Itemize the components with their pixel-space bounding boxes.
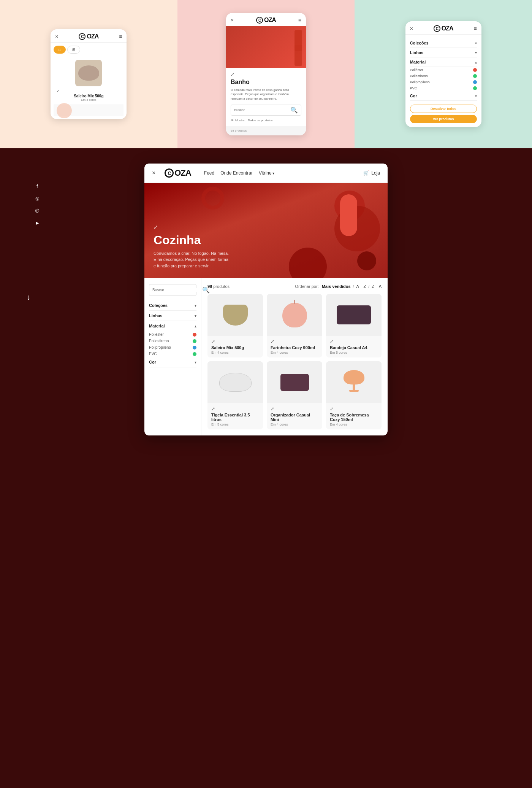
taca-base xyxy=(349,390,359,392)
category-title: Banho xyxy=(231,79,301,86)
search-bar-2[interactable]: 🔍 xyxy=(231,105,301,116)
sidebar-cor-label: Cor xyxy=(149,360,156,364)
poliestireno-dot xyxy=(473,74,477,78)
nav-close-icon[interactable]: × xyxy=(152,170,155,176)
share-saleiro[interactable]: ⤢ xyxy=(211,339,259,344)
panel-mint: × COZA ≡ Coleções ▾ Linhas ▾ Material ▴ xyxy=(355,0,532,148)
nav-feed[interactable]: Feed xyxy=(204,170,214,176)
menu-icon-2[interactable]: ≡ xyxy=(298,17,301,23)
filter-colecoes-label: Coleções xyxy=(410,41,429,45)
sort-label: Ordenar por: xyxy=(295,284,318,289)
filter-linhas[interactable]: Linhas ▾ xyxy=(410,48,477,57)
search-icon-2: 🔍 xyxy=(290,106,298,114)
search-input-2[interactable] xyxy=(234,108,289,112)
nav-onde-encontrar[interactable]: Onde Encontrar xyxy=(220,170,253,176)
list-view-button[interactable]: □ xyxy=(54,46,66,54)
share-taca[interactable]: ⤢ xyxy=(330,406,378,411)
logo-circle-2: C xyxy=(256,17,263,24)
filter-material[interactable]: Material ▴ xyxy=(410,57,477,67)
products-section: 🔍 Coleções ▾ Linhas ▾ Material ▴ xyxy=(144,278,388,435)
hero-desc: Convidamos a criar. No fogão. Na mesa. E… xyxy=(154,250,230,269)
taca-name: Taça de Sobremesa Cozy 150ml xyxy=(330,413,378,422)
hero-title: Cozinha xyxy=(154,233,230,247)
product-card-bandeja: ⤢ Bandeja Casual A4 Em 5 cores xyxy=(326,294,382,357)
share-bandeja[interactable]: ⤢ xyxy=(330,339,378,344)
product-img-bandeja xyxy=(326,294,382,336)
product-info-organizador: ⤢ Organizador Casual Mini Em 4 cores xyxy=(267,403,322,429)
sidebar-material-label: Material xyxy=(149,324,165,328)
sidebar-poliester-text: Poliéster xyxy=(149,332,164,337)
sidebar-colecoes-label: Coleções xyxy=(149,303,168,308)
cart-label[interactable]: Loja xyxy=(371,170,380,176)
sidebar-pvc: PVC xyxy=(149,351,196,357)
desktop-frame: × COZA Feed Onde Encontrar Vitrine 🛒 Loj… xyxy=(144,164,388,435)
sort-az[interactable]: A – Z xyxy=(356,284,366,289)
desativar-button[interactable]: Desativar todos xyxy=(410,105,477,113)
product-colors-1: Em 4 cores xyxy=(57,98,120,102)
desktop-wrapper: f ◎ ℗ ▶ ↓ × COZA Feed Onde Encontrar Vit… xyxy=(46,164,486,435)
product-info-taca: ⤢ Taça de Sobremesa Cozy 150ml Em 4 core… xyxy=(326,403,382,429)
share-farinheira[interactable]: ⤢ xyxy=(271,339,318,344)
filter-cor-arrow: ▾ xyxy=(475,94,477,98)
bandeja-name: Bandeja Casual A4 xyxy=(330,345,378,350)
phone-header-2: × COZA ≡ xyxy=(226,13,306,26)
filter-colecoes[interactable]: Coleções ▾ xyxy=(410,38,477,48)
nav-right: 🛒 Loja xyxy=(363,170,380,176)
mostrar-row: 👁 Mostrar: Todos os produtos xyxy=(231,119,301,122)
close-icon[interactable]: × xyxy=(55,33,58,40)
saleiro-shape xyxy=(223,305,248,326)
saleiro-name: Saleiro Mix 500g xyxy=(211,345,259,350)
hero-share-icon[interactable]: ⤢ xyxy=(154,224,230,230)
filter-cor[interactable]: Cor ▾ xyxy=(410,91,477,101)
organizador-shape xyxy=(280,374,309,391)
share-organizador[interactable]: ⤢ xyxy=(271,406,318,411)
sidebar-search[interactable]: 🔍 xyxy=(149,284,196,296)
nav-vitrine[interactable]: Vitrine xyxy=(259,170,275,176)
poliester-dot xyxy=(473,68,477,72)
sidebar-polipropileno: Polipropileno xyxy=(149,344,196,351)
sort-options: Mais vendidos / A – Z / Z – A xyxy=(322,284,382,289)
product-info-saleiro: ⤢ Saleiro Mix 500g Em 4 cores xyxy=(207,336,263,357)
share-tigela[interactable]: ⤢ xyxy=(211,406,259,411)
polipropileno-label: Polipropileno xyxy=(410,80,430,84)
sidebar-linhas[interactable]: Linhas ▾ xyxy=(149,311,196,321)
count-label: produtos xyxy=(213,284,230,289)
sidebar-search-input[interactable] xyxy=(152,288,201,292)
ver-produtos-button[interactable]: Ver produtos xyxy=(410,115,477,123)
instagram-icon[interactable]: ◎ xyxy=(33,195,41,202)
phone-frame-3: × COZA ≡ Coleções ▾ Linhas ▾ Material ▴ xyxy=(405,21,481,127)
product-card-tigela: ⤢ Tigela Essential 3.5 litros Em 5 cores xyxy=(207,361,263,429)
close-icon-3[interactable]: × xyxy=(410,25,413,32)
youtube-icon[interactable]: ▶ xyxy=(33,219,41,227)
sidebar-material[interactable]: Material ▴ xyxy=(149,321,196,331)
count-bar: 98 produtos xyxy=(226,126,306,135)
panel-pink: × COZA ≡ ⤢ Banho O cômodo mais íntimo da… xyxy=(177,0,355,148)
sidebar-cor[interactable]: Cor ▾ xyxy=(149,357,196,367)
brand-logo-3: COZA xyxy=(434,25,453,32)
grid-view-button[interactable]: ⊞ xyxy=(67,46,80,54)
saleiro-colors: Em 4 cores xyxy=(211,351,259,354)
sort-mais-vendidos[interactable]: Mais vendidos xyxy=(322,284,351,289)
count-number: 98 xyxy=(207,284,212,289)
product-img-farinheira xyxy=(267,294,322,336)
sidebar-colecoes[interactable]: Coleções ▾ xyxy=(149,300,196,311)
sort-za[interactable]: Z – A xyxy=(372,284,382,289)
sidebar-cor-arrow: ▾ xyxy=(195,360,196,364)
menu-icon-3[interactable]: ≡ xyxy=(473,25,477,32)
close-icon-2[interactable]: × xyxy=(231,17,234,23)
logo-circle: C xyxy=(79,33,86,40)
hero-items xyxy=(294,30,302,66)
category-share-icon[interactable]: ⤢ xyxy=(231,72,301,77)
share-icon-1[interactable]: ⤢ xyxy=(57,89,60,93)
sidebar-colecoes-arrow: ▾ xyxy=(195,303,196,308)
facebook-icon[interactable]: f xyxy=(33,183,41,190)
desktop-nav: × COZA Feed Onde Encontrar Vitrine 🛒 Loj… xyxy=(144,164,388,183)
filter-opt-poliester: Poliéster xyxy=(410,67,477,73)
menu-icon[interactable]: ≡ xyxy=(119,33,122,40)
poliestireno-color-dot xyxy=(193,339,196,343)
organizador-name: Organizador Casual Mini xyxy=(271,413,318,422)
farinheira-colors: Em 4 cores xyxy=(271,351,318,354)
pvc-label: PVC xyxy=(410,86,417,90)
pinterest-icon[interactable]: ℗ xyxy=(33,207,41,214)
hero-banner: ⤢ Cozinha Convidamos a criar. No fogão. … xyxy=(144,183,388,278)
